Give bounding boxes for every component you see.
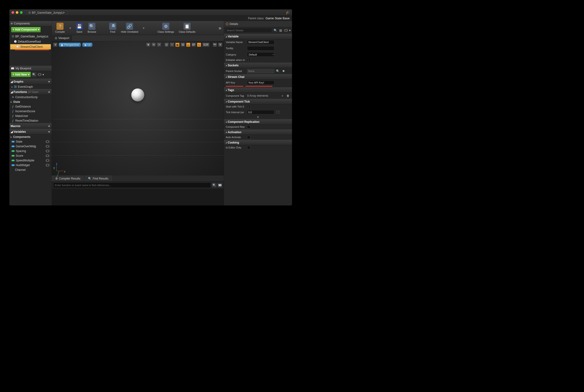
visibility-toggle[interactable] (46, 164, 50, 166)
function-subcat[interactable]: ▸State (10, 100, 52, 104)
viewport-options[interactable]: ▾ (53, 43, 58, 47)
component-streamchat[interactable]: StreamChatClient (10, 44, 51, 50)
functions-category[interactable]: ◢ Functions(17 Overri＋ (10, 89, 52, 95)
details-search-input[interactable] (226, 28, 272, 33)
visibility-toggle[interactable] (46, 145, 50, 148)
plus-icon[interactable]: ＋ (48, 124, 50, 128)
binoculars-icon[interactable]: 👀 (218, 183, 222, 188)
visibility-toggle[interactable] (38, 73, 42, 76)
scale-snap-toggle[interactable]: ⤡ (197, 43, 201, 47)
components-panel-header[interactable]: Components (10, 21, 52, 26)
graphs-category[interactable]: ◢ Graphs＋ (10, 78, 52, 84)
camera-speed-value[interactable]: 4 (218, 43, 222, 47)
cat-streamchat[interactable]: Stream Chat (224, 74, 292, 80)
function-item[interactable]: fGetDistance (10, 104, 52, 109)
angle-snap-toggle[interactable]: △ (186, 43, 190, 47)
move-tool[interactable]: ✥ (146, 43, 150, 47)
plus-icon[interactable]: ＋ (280, 94, 284, 98)
add-new-button[interactable]: + Add New ▾ (11, 72, 31, 77)
maximize-icon[interactable] (20, 11, 22, 14)
cat-replication[interactable]: Component Replication (224, 119, 292, 124)
matrix-view-icon[interactable]: ▤ (278, 28, 283, 32)
starttick-checkbox[interactable]: ✓ (247, 105, 250, 108)
angle-snap-value[interactable]: 10° (192, 43, 196, 47)
function-item[interactable]: ✦ConstructionScrip (10, 95, 52, 100)
varname-input[interactable] (247, 40, 274, 44)
find-input[interactable] (54, 182, 211, 188)
chevron-down-icon[interactable]: ▾ (70, 26, 71, 30)
editable-checkbox[interactable]: ✓ (247, 58, 250, 62)
lit-button[interactable]: ◉Lit (82, 42, 92, 47)
variable-item[interactable]: SpeedMultiplie (10, 158, 52, 163)
overflow-icon[interactable]: » (218, 25, 222, 31)
compile-button[interactable]: ?Compile (55, 22, 65, 33)
chevron-down-icon[interactable]: ▾ (143, 26, 144, 30)
cat-variable[interactable]: Variable (224, 34, 292, 39)
tooltip-input[interactable] (247, 46, 274, 50)
cat-sockets[interactable]: Sockets (224, 62, 292, 68)
cat-tags[interactable]: Tags (224, 87, 292, 93)
variable-item[interactable]: Channel (10, 168, 52, 172)
variables-subcat[interactable]: ▸Components (10, 134, 52, 139)
cat-tick[interactable]: Component Tick (224, 99, 292, 104)
visibility-toggle[interactable] (46, 150, 50, 152)
parent-class-value[interactable]: Game State Base (266, 16, 290, 20)
visibility-toggle[interactable] (284, 29, 288, 32)
variables-category[interactable]: ◢ Variables＋ (10, 129, 52, 135)
browse-button[interactable]: 🔍Browse (88, 22, 96, 33)
compiler-results-tab[interactable]: ⚙Compiler Results (52, 176, 84, 182)
plus-icon[interactable]: ＋ (48, 80, 50, 84)
viewport-tab[interactable]: ⊞Viewport (52, 35, 72, 41)
editoronly-checkbox[interactable] (247, 146, 250, 149)
macros-category[interactable]: Macros＋ (10, 123, 52, 129)
cat-cooking[interactable]: Cooking (224, 140, 292, 145)
expand-advanced-icon[interactable]: ▼ (224, 115, 292, 119)
viewport[interactable]: ▾ ▣Perspective ◉Lit ✥ ⟲ ⤢ ◱ ⎍ ▦ 10 △ 10°… (52, 41, 224, 176)
plus-icon[interactable]: ＋ (48, 90, 50, 94)
find-button[interactable]: 🔎Find (109, 22, 116, 33)
graph-item[interactable]: ▸EventGraph (10, 84, 52, 89)
scale-tool[interactable]: ⤢ (157, 43, 161, 47)
autoactivate-checkbox[interactable] (247, 136, 250, 139)
grid-snap-value[interactable]: 10 (181, 43, 185, 47)
function-item[interactable]: fIncrementScore (10, 109, 52, 114)
search-icon[interactable]: 🔍 (212, 183, 216, 188)
scale-snap-value[interactable]: 0,25 (202, 43, 210, 47)
rotate-tool[interactable]: ⟲ (152, 43, 156, 47)
trash-icon[interactable]: 🗑 (286, 94, 290, 98)
visibility-toggle[interactable] (46, 154, 50, 157)
variable-item[interactable]: GameOverWidg (10, 144, 52, 149)
reset-icon[interactable]: ⛶ (276, 110, 280, 114)
clear-icon[interactable]: ✖ (282, 69, 286, 73)
minimize-icon[interactable] (16, 11, 18, 14)
class-defaults-button[interactable]: 📋Class Defaults (179, 22, 196, 33)
variable-item[interactable]: Spacing (10, 149, 52, 154)
plus-icon[interactable]: ＋ (48, 130, 50, 134)
class-settings-button[interactable]: ⚙Class Settings (158, 22, 174, 33)
category-select[interactable]: Default (247, 52, 274, 57)
search-icon[interactable]: 🔍 (276, 69, 280, 73)
perspective-button[interactable]: ▣Perspective (58, 42, 81, 47)
hide-unrelated-button[interactable]: 🔗Hide Unrelated (121, 22, 138, 33)
save-button[interactable]: 💾Save (76, 22, 83, 33)
tickinterval-input[interactable] (247, 110, 274, 114)
visibility-toggle[interactable] (46, 140, 50, 143)
componentrep-checkbox[interactable] (247, 126, 250, 128)
grid-snap-toggle[interactable]: ▦ (175, 43, 180, 47)
apikey-input[interactable] (247, 80, 274, 85)
visibility-toggle[interactable] (46, 159, 50, 162)
variable-item[interactable]: State (10, 139, 52, 144)
variable-item[interactable]: Score (10, 154, 52, 158)
find-results-tab[interactable]: 🔍Find Results (84, 176, 112, 182)
search-icon[interactable]: 🔍 (273, 28, 278, 32)
variable-item[interactable]: HudWidget (10, 163, 52, 168)
add-component-button[interactable]: + Add Component ▾ (11, 27, 41, 32)
component-root[interactable]: BP_GameState_JumpyLic (10, 34, 51, 39)
graduation-icon[interactable]: 🎓 (286, 10, 290, 14)
search-button[interactable]: 🔍 (32, 72, 36, 77)
myblueprint-panel-header[interactable]: 📖 My Blueprint (10, 66, 52, 71)
function-item[interactable]: fResetTimeDilation (10, 118, 52, 123)
function-item[interactable]: fMakeUser (10, 114, 52, 118)
document-tab[interactable]: BP_GameState_JumpyLi• (26, 10, 67, 15)
close-icon[interactable] (12, 11, 14, 14)
